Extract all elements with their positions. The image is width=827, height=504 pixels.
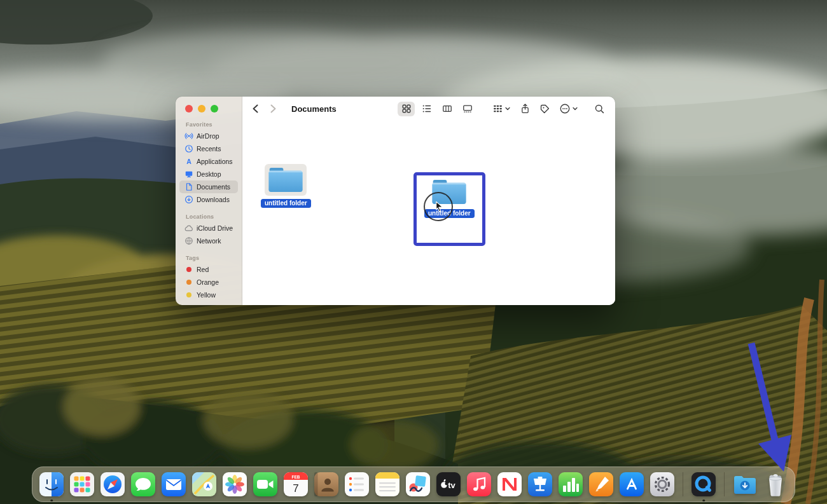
dock-item-appletv[interactable]: tv [436,472,461,497]
sidebar-item-label: Network [197,237,221,245]
sidebar-item-label: Orange [197,278,219,286]
sidebar-item-red[interactable]: Red [179,263,238,276]
sidebar-item-downloads[interactable]: Downloads [179,193,238,206]
calendar-icon: FEB7 [283,472,309,497]
dock-item-settings[interactable] [650,472,675,497]
messages-icon [130,472,156,497]
document-icon [184,182,193,191]
finder-window: FavoritesAirDropRecentsAApplicationsDesk… [176,97,615,305]
downloads-icon [184,195,193,204]
sidebar-item-label: Desktop [197,170,221,178]
sidebar-item-orange[interactable]: Orange [179,276,238,289]
dock-item-news[interactable] [497,472,522,497]
running-indicator [702,500,705,502]
column-view-button[interactable] [438,102,455,116]
finder-icon [39,472,64,497]
svg-text:A: A [186,158,191,165]
dock-item-mail[interactable] [161,472,186,497]
minimize-button[interactable] [198,105,205,112]
sidebar-item-documents[interactable]: Documents [179,180,238,193]
dock-item-finder[interactable] [39,472,64,497]
tag-button[interactable] [539,104,550,114]
photos-icon [222,472,247,497]
window-title: Documents [291,104,337,114]
dock-item-downloads-folder[interactable] [732,472,758,497]
desktop-icon [184,170,193,179]
running-indicator [50,500,53,502]
dock-item-freeform[interactable] [405,472,431,497]
dock: FEB7tv [32,467,795,502]
dock-item-quicktime[interactable] [691,472,716,497]
sidebar-item-network[interactable]: Network [179,235,238,247]
folder-icon [431,178,467,206]
folder-item-1[interactable]: untitled folder [261,164,311,208]
quicktime-icon [691,472,716,497]
share-button[interactable] [520,103,531,114]
sidebar-section-label: Favorites [186,121,238,128]
sidebar-item-desktop[interactable]: Desktop [179,168,238,180]
close-button[interactable] [185,105,193,112]
sidebar-item-icloud-drive[interactable]: iCloud Drive [179,222,238,235]
list-view-icon [422,104,432,114]
folder-item-2[interactable]: untitled folder [424,178,475,218]
back-button[interactable] [251,104,260,114]
dock-item-pages[interactable] [588,472,614,497]
more-circle-button[interactable] [559,103,578,114]
dock-item-calendar[interactable]: FEB7 [283,472,309,497]
dock-item-appstore[interactable] [619,472,644,497]
appstore-icon [619,472,644,497]
sidebar-item-recents[interactable]: Recents [179,142,238,155]
dock-item-launchpad[interactable] [69,472,95,497]
sidebar-item-label: Documents [197,183,230,191]
dock-item-reminders[interactable] [344,472,370,497]
dock-item-safari[interactable] [100,472,125,497]
share-icon [520,103,531,114]
tag-dot-icon [184,278,193,287]
pages-icon [588,472,614,497]
sidebar-item-label: Yellow [197,291,216,299]
dock-item-numbers[interactable] [558,472,583,497]
finder-main: Documents untitled folderuntitled folder [242,97,615,305]
dock-item-keynote[interactable] [527,472,553,497]
dock-item-notes[interactable] [375,472,400,497]
dock-item-trash[interactable] [763,472,788,497]
sidebar-item-label: Applications [197,158,233,165]
news-icon [497,472,522,497]
gallery-view-icon [462,104,473,114]
settings-icon [650,472,675,497]
sidebar-item-airdrop[interactable]: AirDrop [179,130,238,142]
group-grid-button[interactable] [492,104,511,114]
dock-item-maps[interactable] [191,472,217,497]
dock-item-music[interactable] [466,472,492,497]
dock-item-contacts[interactable] [314,472,339,497]
grid-view-button[interactable] [398,102,415,116]
sidebar-item-applications[interactable]: AApplications [179,155,238,168]
cloud-icon [184,224,193,233]
folder-label: untitled folder [424,209,475,218]
desktop: FavoritesAirDropRecentsAApplicationsDesk… [0,0,827,504]
dock-separator-2 [724,472,725,496]
sidebar-item-yellow[interactable]: Yellow [179,289,238,301]
sidebar-section-locations: LocationsiCloud DriveNetwork [179,214,238,247]
svg-text:FEB: FEB [292,475,300,479]
mail-icon [161,472,186,497]
airdrop-icon [184,132,193,140]
dock-item-photos[interactable] [222,472,247,497]
group-grid-icon [492,104,503,114]
chevron-down-icon [504,106,511,112]
dock-item-facetime[interactable] [253,472,278,497]
sidebar-item-label: Downloads [197,196,230,203]
sidebar-section-tags: TagsRedOrangeYellow [179,255,238,301]
applications-icon: A [184,157,193,166]
forward-button[interactable] [268,104,277,114]
gallery-view-button[interactable] [459,102,476,116]
list-view-button[interactable] [418,102,435,116]
tag-dot-icon [184,265,193,274]
search-icon[interactable] [594,104,605,114]
finder-content-area[interactable]: untitled folderuntitled folder [242,121,615,305]
dock-item-messages[interactable] [130,472,156,497]
notes-icon [375,472,400,497]
facetime-icon [253,472,278,497]
recents-icon [184,144,193,153]
zoom-button[interactable] [211,105,218,112]
